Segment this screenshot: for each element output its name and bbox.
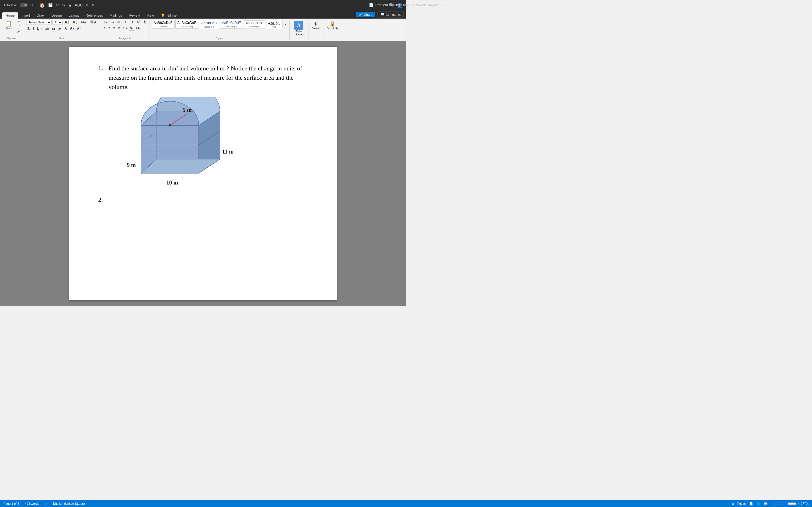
tab-insert[interactable]: Insert — [18, 12, 33, 18]
clear-format-button[interactable]: ⌫A — [88, 20, 98, 24]
styles-top: AaBbCcDdE Normal AaBbCcDdE No Spacing Aa… — [152, 20, 287, 36]
styles-more-button[interactable]: ▾ — [283, 20, 287, 29]
tab-view[interactable]: View — [143, 12, 157, 18]
multilevel-button[interactable]: ⊞▾ — [116, 20, 123, 24]
font-group-label: Font — [26, 37, 98, 40]
font-controls: Times New... 12 A↑ A↓ Aa▾ ⌫A B I U ▾ ab … — [26, 20, 98, 32]
sensitivity-button[interactable]: 🔒 Sensitivity — [326, 20, 340, 31]
italic-button[interactable]: I — [32, 26, 35, 31]
comments-label: Comments — [386, 13, 401, 16]
figure-container: 5 m 11 m 9 m 10 m — [111, 97, 238, 193]
para-row2: ≡ ≡ ≡ ≡ ↕ ▾ A▾ ⊟▾ — [102, 25, 147, 31]
autosave-toggle[interactable] — [20, 3, 28, 7]
problem1-text2: and volume in hm — [178, 65, 225, 72]
problem1-content: Find the surface area in dm2 and volume … — [109, 64, 314, 193]
decrease-indent-button[interactable]: ⇤ — [123, 20, 129, 24]
format-painter-button[interactable]: 🖌 — [16, 29, 21, 33]
tab-mailings[interactable]: Mailings — [106, 12, 125, 18]
styles-group: AaBbCcDdE Normal AaBbCcDdE No Spacing Aa… — [152, 20, 290, 40]
problem1-container: 1. Find the surface area in dm2 and volu… — [92, 64, 314, 193]
share-button[interactable]: 🔗 Share — [356, 12, 375, 17]
tab-layout[interactable]: Layout — [65, 12, 82, 18]
bullets-button[interactable]: ≡▾ — [102, 20, 108, 24]
dictate-button[interactable]: 🎙 Dictate — [311, 20, 321, 31]
comment-icon: 💬 — [380, 13, 385, 16]
sensitivity-top: 🔒 Sensitivity — [326, 20, 340, 40]
paste-icon: 📋 — [6, 21, 12, 26]
font-row2: B I U ▾ ab x₂ x² A A▾ A▾ — [26, 26, 98, 31]
undo-icon[interactable]: ↩ — [56, 3, 59, 7]
show-hide-button[interactable]: ¶ — [143, 20, 147, 24]
font-row1: Times New... 12 A↑ A↓ Aa▾ ⌫A — [26, 20, 98, 25]
title-bar-left: AutoSave OFF 🏠 💾 ↩ ↪ 🖨 ABC ✏ ▾ — [3, 3, 94, 8]
clipboard-sub: ✂ 📄 🖌 — [16, 20, 21, 33]
style-heading1[interactable]: AaBbCcD Heading 1 — [199, 20, 219, 29]
document-area: 1. Find the surface area in dm2 and volu… — [0, 41, 406, 306]
change-case-button[interactable]: Aa▾ — [79, 20, 87, 24]
save-icon[interactable]: 💾 — [48, 3, 53, 7]
line-spacing-button[interactable]: ↕ ▾ — [121, 26, 128, 31]
copy-button[interactable]: 📄 — [16, 24, 21, 29]
text-effects-button[interactable]: A▾ — [76, 26, 82, 31]
font-color-button[interactable]: A — [63, 26, 68, 31]
lightbulb-icon: 💡 — [161, 13, 165, 17]
tab-review[interactable]: Review — [125, 12, 143, 18]
style-title[interactable]: AaBbC Title — [266, 20, 283, 29]
clipboard-top: 📋 Paste ✂ 📄 🖌 — [2, 20, 21, 36]
font-grow-button[interactable]: A↑ — [63, 20, 70, 25]
underline-button[interactable]: U ▾ — [36, 26, 43, 31]
dictate-label: Dictate — [312, 27, 320, 30]
font-size-select[interactable]: 12 — [52, 20, 63, 25]
align-center-button[interactable]: ≡ — [107, 26, 111, 31]
customize-icon[interactable]: ▾ — [92, 3, 94, 7]
sort-button[interactable]: ↕A — [135, 20, 142, 24]
cut-button[interactable]: ✂ — [16, 20, 21, 24]
subscript-button[interactable]: x₂ — [51, 26, 56, 31]
spellcheck-icon[interactable]: ABC — [75, 3, 83, 7]
style-heading2[interactable]: AaBbCcDdE Heading 2 — [220, 20, 243, 29]
font-shrink-button[interactable]: A↓ — [71, 20, 79, 25]
svg-text:5 m: 5 m — [183, 107, 192, 113]
redo-icon[interactable]: ↪ — [62, 3, 65, 7]
ribbon-tabs: Home Insert Draw Design Layout Reference… — [0, 10, 406, 18]
styles-pane-top: A StylesPane — [292, 20, 306, 40]
align-right-button[interactable]: ≡ — [112, 26, 116, 31]
problem1-text1: Find the surface area in dm — [109, 65, 176, 72]
styles-pane-button[interactable]: A StylesPane — [292, 20, 306, 37]
document-page[interactable]: 1. Find the surface area in dm2 and volu… — [69, 47, 337, 300]
comments-button[interactable]: 💬 Comments — [377, 11, 404, 17]
pen-icon[interactable]: ✏ — [86, 3, 89, 7]
style-heading4[interactable]: AaBbCcDdE Heading 4 — [244, 20, 265, 29]
style-normal[interactable]: AaBbCcDdE Normal — [152, 20, 174, 29]
font-family-select[interactable]: Times New... — [26, 20, 52, 25]
strikethrough-button[interactable]: ab — [44, 26, 50, 31]
highlight-button[interactable]: A▾ — [69, 26, 75, 31]
autosave-label: AutoSave — [3, 3, 17, 7]
shading-button[interactable]: A▾ — [129, 25, 135, 31]
home-icon[interactable]: 🏠 — [40, 3, 45, 8]
numbering-button[interactable]: 1.▾ — [109, 20, 115, 24]
bold-button[interactable]: B — [26, 26, 31, 31]
clipboard-label: Clipboard — [2, 37, 21, 40]
justify-button[interactable]: ≡ — [117, 26, 121, 31]
styles-pane-group: A StylesPane — [292, 20, 308, 40]
title-bar-center: 📄 Problem Solving Project-1 Saved to my … — [369, 3, 406, 7]
superscript-button[interactable]: x² — [57, 26, 63, 31]
problem1-number: 1. — [92, 64, 103, 193]
align-left-button[interactable]: ≡ — [102, 26, 107, 31]
paste-button[interactable]: 📋 Paste — [2, 20, 15, 31]
increase-indent-button[interactable]: ⇥ — [130, 20, 135, 24]
styles-pane-icon: A — [294, 21, 303, 30]
print-icon[interactable]: 🖨 — [68, 3, 72, 7]
svg-marker-3 — [141, 125, 199, 145]
tab-design[interactable]: Design — [48, 12, 65, 18]
svg-text:11 m: 11 m — [222, 149, 233, 155]
tab-references[interactable]: References — [82, 12, 106, 18]
tab-home[interactable]: Home — [2, 12, 18, 18]
share-label: Share — [364, 13, 372, 16]
tab-tellme[interactable]: 💡 Tell me — [157, 12, 180, 18]
borders-button[interactable]: ⊟▾ — [135, 26, 142, 31]
tab-draw[interactable]: Draw — [33, 12, 48, 18]
svg-point-12 — [168, 124, 171, 126]
style-no-spacing[interactable]: AaBbCcDdE No Spacing — [175, 20, 198, 29]
